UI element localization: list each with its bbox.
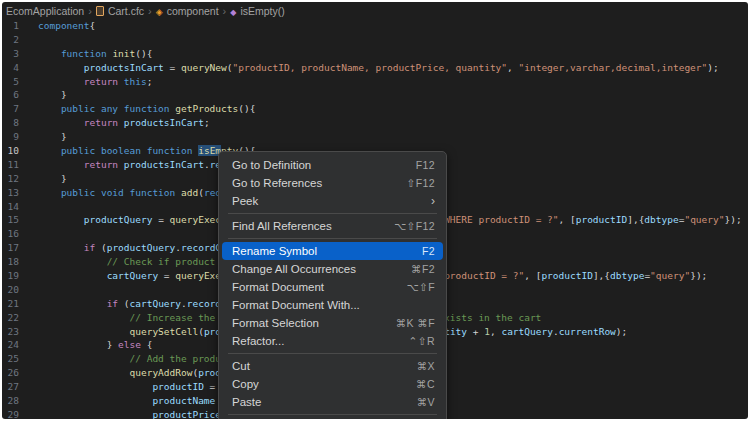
line-number: 28: [2, 394, 19, 408]
breadcrumb-separator: ›: [88, 5, 92, 17]
breadcrumb-label: isEmpty(): [240, 5, 284, 17]
menu-item-refactor[interactable]: Refactor...⌃⇧R: [222, 332, 443, 350]
menu-item-shortcut: F12: [416, 159, 435, 171]
breadcrumb-item-ecomapplication[interactable]: EcomApplication: [6, 5, 84, 17]
class-icon: [156, 5, 163, 17]
menu-item-label: Peek: [232, 195, 431, 207]
menu-item-shortcut: ⌘F2: [411, 263, 435, 275]
code-text: productsInCart = queryNew("productID, pr…: [38, 61, 719, 75]
menu-item-shortcut: ⌘K ⌘F: [396, 317, 435, 329]
breadcrumb-item-component[interactable]: component: [156, 5, 219, 17]
menu-item-shortcut: ⌥⇧F: [406, 281, 435, 293]
code-text: return this;: [38, 75, 152, 89]
line-number: 14: [2, 200, 19, 214]
breadcrumb-separator: ›: [223, 5, 227, 17]
menu-item-format-document-with[interactable]: Format Document With...: [222, 296, 443, 314]
code-line: 5 return this;: [2, 75, 748, 89]
breadcrumb-label: Cart.cfc: [108, 5, 144, 17]
menu-item-shortcut: ⌘C: [416, 378, 435, 390]
menu-item-toggle-cf-comment[interactable]: Toggle CF comment⌥⇧A: [222, 418, 443, 419]
menu-item-label: Format Document: [232, 281, 406, 293]
menu-item-label: Change All Occurrences: [232, 263, 411, 275]
line-number: 7: [2, 102, 19, 116]
menu-item-label: Rename Symbol: [232, 245, 422, 257]
breadcrumb-item-isempty[interactable]: isEmpty(): [230, 5, 285, 17]
code-line: 4 productsInCart = queryNew("productID, …: [2, 61, 748, 75]
context-menu: Go to DefinitionF12Go to References⇧F12P…: [218, 151, 447, 419]
menu-item-label: Format Selection: [232, 317, 396, 329]
menu-item-go-to-definition[interactable]: Go to DefinitionF12: [222, 156, 443, 174]
line-number: 9: [2, 130, 19, 144]
line-number: 23: [2, 325, 19, 339]
menu-item-go-to-references[interactable]: Go to References⇧F12: [222, 174, 443, 192]
menu-item-change-all-occurrences[interactable]: Change All Occurrences⌘F2: [222, 260, 443, 278]
menu-item-shortcut: ⌃⇧R: [409, 335, 435, 347]
menu-item-find-all-references[interactable]: Find All References⌥⇧F12: [222, 217, 443, 235]
menu-item-copy[interactable]: Copy⌘C: [222, 375, 443, 393]
line-number: 29: [2, 408, 19, 419]
menu-item-label: Paste: [232, 396, 417, 408]
menu-item-shortcut: ⇧F12: [407, 177, 436, 189]
line-number: 21: [2, 297, 19, 311]
line-number: 13: [2, 186, 19, 200]
line-number: 6: [2, 88, 19, 102]
menu-separator: [228, 238, 437, 239]
menu-item-label: Go to Definition: [232, 159, 416, 171]
line-number: 26: [2, 366, 19, 380]
line-number: 24: [2, 338, 19, 352]
line-number: 25: [2, 352, 19, 366]
menu-item-shortcut: ⌥⇧F12: [394, 220, 435, 232]
menu-separator: [228, 353, 437, 354]
method-icon: [230, 5, 236, 17]
line-number: 4: [2, 61, 19, 75]
line-number: 20: [2, 283, 19, 297]
menu-item-rename-symbol[interactable]: Rename SymbolF2: [222, 242, 443, 260]
line-number: 1: [2, 19, 19, 33]
code-line: 6 }: [2, 88, 748, 102]
code-line: 9 }: [2, 130, 748, 144]
breadcrumb-item-cart-cfc[interactable]: Cart.cfc: [96, 5, 144, 17]
line-number: 18: [2, 255, 19, 269]
code-text: }: [38, 130, 67, 144]
code-text: return productsInCart;: [38, 116, 210, 130]
menu-item-peek[interactable]: Peek›: [222, 192, 443, 210]
line-number: 17: [2, 241, 19, 255]
menu-item-format-document[interactable]: Format Document⌥⇧F: [222, 278, 443, 296]
cfc-file-icon: [96, 6, 104, 16]
menu-item-label: Go to References: [232, 177, 407, 189]
menu-item-paste[interactable]: Paste⌘V: [222, 393, 443, 411]
code-text: component{: [38, 19, 95, 33]
menu-item-label: Copy: [232, 378, 416, 390]
menu-item-shortcut: ⌘X: [417, 360, 435, 372]
code-line: 3 function init(){: [2, 47, 748, 61]
menu-item-label: Find All References: [232, 220, 394, 232]
submenu-chevron-icon: ›: [431, 194, 435, 208]
menu-item-format-selection[interactable]: Format Selection⌘K ⌘F: [222, 314, 443, 332]
menu-item-shortcut: F2: [422, 245, 435, 257]
breadcrumb-label: component: [167, 5, 219, 17]
line-number: 12: [2, 172, 19, 186]
code-line: 1component{: [2, 19, 748, 33]
breadcrumb: EcomApplication›Cart.cfc›component›isEmp…: [2, 2, 748, 19]
line-number: 16: [2, 227, 19, 241]
line-number: 27: [2, 380, 19, 394]
code-text: public any function getProducts(){: [38, 102, 255, 116]
menu-separator: [228, 414, 437, 415]
line-number: 22: [2, 311, 19, 325]
breadcrumb-separator: ›: [148, 5, 152, 17]
line-number: 19: [2, 269, 19, 283]
line-number: 5: [2, 75, 19, 89]
breadcrumb-label: EcomApplication: [6, 5, 84, 17]
line-number: 3: [2, 47, 19, 61]
code-text: }: [38, 88, 67, 102]
menu-item-label: Refactor...: [232, 335, 409, 347]
menu-item-cut[interactable]: Cut⌘X: [222, 357, 443, 375]
line-number: 15: [2, 213, 19, 227]
menu-item-label: Format Document With...: [232, 299, 435, 311]
line-number: 11: [2, 158, 19, 172]
code-line: 7 public any function getProducts(){: [2, 102, 748, 116]
menu-item-label: Cut: [232, 360, 417, 372]
code-text: } else {: [38, 338, 152, 352]
line-number: 8: [2, 116, 19, 130]
code-line: 8 return productsInCart;: [2, 116, 748, 130]
